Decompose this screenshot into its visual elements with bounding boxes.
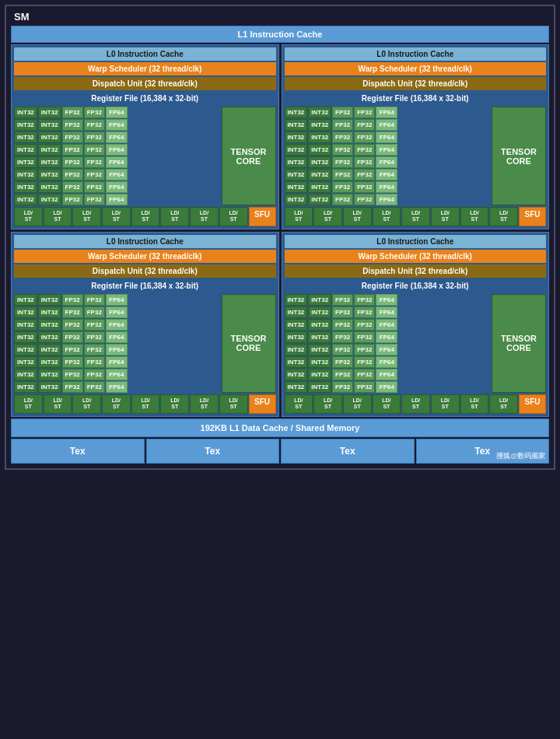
q1-bottom-row: LD/ST LD/ST LD/ST LD/ST LD/ST LD/ST LD/S…: [14, 207, 276, 226]
q2-tensor-core: TENSOR CORE: [492, 107, 546, 205]
q3-bottom-row: LD/ST LD/ST LD/ST LD/ST LD/ST LD/ST LD/S…: [14, 394, 276, 414]
fp32: FP32: [84, 194, 105, 205]
fp32: FP32: [354, 194, 375, 205]
int32: INT32: [38, 194, 61, 205]
fp32: FP32: [354, 169, 375, 180]
l1-data-cache: 192KB L1 Data Cache / Shared Memory: [11, 419, 549, 437]
q4-row-3: INT32 INT32 FP32 FP32 FP64: [285, 319, 491, 331]
int32: INT32: [14, 369, 37, 380]
int32: INT32: [285, 356, 308, 368]
tex-2: Tex: [146, 439, 280, 464]
ldst: LD/ST: [489, 207, 518, 226]
ldst: LD/ST: [343, 394, 372, 414]
tex-3: Tex: [281, 439, 415, 464]
fp32: FP32: [62, 306, 83, 318]
int32: INT32: [285, 319, 308, 331]
int32: INT32: [285, 306, 308, 318]
fp32: FP32: [332, 306, 353, 318]
ldst: LD/ST: [14, 207, 43, 226]
int32: INT32: [285, 156, 308, 168]
fp64: FP64: [106, 156, 128, 168]
sm-label: SM: [9, 9, 551, 24]
fp32: FP32: [332, 119, 353, 131]
tex-row: Tex Tex Tex Tex 搜狐@数码顽家: [11, 439, 549, 464]
fp32: FP32: [354, 107, 375, 118]
ldst: LD/ST: [131, 207, 160, 226]
quadrant-4: L0 Instruction Cache Warp Scheduler (32 …: [282, 232, 550, 417]
fp64: FP64: [376, 131, 397, 143]
int32: INT32: [308, 369, 331, 380]
ldst: LD/ST: [460, 207, 489, 226]
fp64: FP64: [376, 294, 397, 306]
int32: INT32: [285, 107, 308, 118]
int32: INT32: [308, 381, 331, 393]
q2-row-6: INT32 INT32 FP32 FP32 FP64: [285, 169, 491, 180]
q4-register-file: Register File (16,384 x 32-bit): [285, 279, 547, 292]
int32: INT32: [14, 344, 37, 355]
ldst: LD/ST: [401, 207, 430, 226]
int32: INT32: [308, 344, 331, 355]
int32: INT32: [38, 369, 61, 380]
q4-tensor-core: TENSOR CORE: [492, 294, 546, 393]
q1-sfu: SFU: [249, 207, 276, 226]
int32: INT32: [308, 319, 331, 331]
quadrants-grid: L0 Instruction Cache Warp Scheduler (32 …: [11, 44, 549, 417]
fp32: FP32: [84, 119, 105, 131]
q3-row-8: INT32 INT32 FP32 FP32 FP64: [14, 381, 220, 393]
ldst: LD/ST: [489, 394, 518, 414]
fp32: FP32: [354, 144, 375, 156]
q4-row-6: INT32 INT32 FP32 FP32 FP64: [285, 356, 491, 368]
int32: INT32: [308, 306, 331, 318]
q4-warp-scheduler: Warp Scheduler (32 thread/clk): [285, 250, 547, 263]
fp32: FP32: [332, 156, 353, 168]
fp32: FP32: [84, 344, 105, 355]
ldst: LD/ST: [313, 394, 342, 414]
sm-container: SM L1 Instruction Cache L0 Instruction C…: [5, 5, 555, 470]
int32: INT32: [285, 131, 308, 143]
int32: INT32: [308, 194, 331, 205]
fp32: FP32: [62, 144, 83, 156]
fp32: FP32: [62, 369, 83, 380]
int32: INT32: [308, 356, 331, 368]
fp32: FP32: [354, 331, 375, 343]
quadrant-3: L0 Instruction Cache Warp Scheduler (32 …: [11, 232, 279, 417]
int32: INT32: [285, 344, 308, 355]
fp32: FP32: [332, 331, 353, 343]
fp32: FP32: [354, 119, 375, 131]
q2-warp-scheduler: Warp Scheduler (32 thread/clk): [285, 62, 547, 75]
int32: INT32: [14, 356, 37, 368]
tex-4: Tex 搜狐@数码顽家: [416, 439, 550, 464]
q1-compute-area: INT32 INT32 FP32 FP32 FP64 INT32 INT32 F…: [14, 107, 276, 205]
fp32: FP32: [354, 356, 375, 368]
fp64: FP64: [376, 169, 397, 180]
fp32: FP32: [62, 169, 83, 180]
int32: INT32: [38, 119, 61, 131]
fp32: FP32: [84, 369, 105, 380]
fp32: FP32: [84, 294, 105, 306]
q1-row-6: INT32 INT32 FP32 FP32 FP64: [14, 169, 220, 180]
int32: INT32: [285, 294, 308, 306]
ldst: LD/ST: [373, 394, 401, 414]
q3-l0-cache: L0 Instruction Cache: [14, 235, 276, 248]
q1-l0-cache: L0 Instruction Cache: [14, 47, 276, 61]
int32: INT32: [285, 369, 308, 380]
fp64: FP64: [106, 169, 128, 180]
q3-row-6: INT32 INT32 FP32 FP32 FP64: [14, 356, 220, 368]
int32: INT32: [14, 194, 37, 205]
fp64: FP64: [106, 194, 128, 205]
q2-left-compute: INT32 INT32 FP32 FP32 FP64 INT32 INT32 F…: [285, 107, 491, 205]
int32: INT32: [38, 144, 61, 156]
q2-row-4: INT32 INT32 FP32 FP32 FP64: [285, 144, 491, 156]
ldst: LD/ST: [190, 207, 219, 226]
fp32: FP32: [62, 356, 83, 368]
q2-bottom-row: LD/ST LD/ST LD/ST LD/ST LD/ST LD/ST LD/S…: [285, 207, 547, 226]
fp64: FP64: [376, 381, 397, 393]
ldst: LD/ST: [72, 207, 101, 226]
fp64: FP64: [106, 319, 128, 331]
q4-left-compute: INT32 INT32 FP32 FP32 FP64 INT32 INT32 F…: [285, 294, 491, 393]
fp64: FP64: [376, 306, 397, 318]
int32: INT32: [14, 181, 37, 193]
int32: INT32: [308, 131, 331, 143]
fp32: FP32: [84, 131, 105, 143]
fp32: FP32: [354, 306, 375, 318]
